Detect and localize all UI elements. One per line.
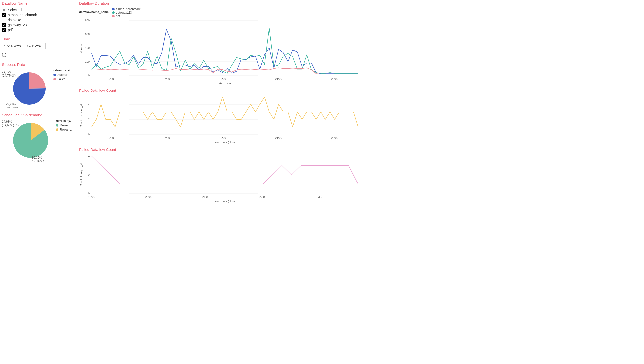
failed1-chart-title: Failed Dataflow Count xyxy=(79,88,362,92)
slider-line xyxy=(5,55,74,55)
svg-text:0: 0 xyxy=(88,74,90,77)
svg-line-2 xyxy=(14,74,20,78)
legend-label: Refresh... xyxy=(60,124,73,127)
select-all-label: Select all xyxy=(8,8,22,12)
svg-text:4: 4 xyxy=(88,103,90,106)
success-rate-block: Success Rate 24,77%(24,77%)75,23%(75,23%… xyxy=(2,62,74,108)
legend-dot-icon xyxy=(112,8,114,11)
svg-text:0: 0 xyxy=(88,192,90,195)
svg-text:(75,23%): (75,23%) xyxy=(6,106,18,108)
svg-text:start_time: start_time xyxy=(219,82,231,85)
failed1-chart: 02415:0017:0019:0021:0023:00start_time (… xyxy=(79,94,360,144)
svg-text:17:00: 17:00 xyxy=(163,136,170,139)
svg-text:14,68%: 14,68% xyxy=(2,120,12,123)
failed2-chart-block: Failed Dataflow Count 02419:0020:0021:00… xyxy=(79,147,362,204)
legend-item[interactable]: Failed xyxy=(53,77,73,81)
slider-thumb[interactable] xyxy=(2,53,6,57)
duration-chart: 020040060080015:0017:0019:0021:0023:00st… xyxy=(79,18,360,85)
svg-text:21:00: 21:00 xyxy=(275,77,282,80)
checkbox-icon xyxy=(2,23,6,27)
svg-text:23:00: 23:00 xyxy=(316,196,324,199)
svg-text:19:00: 19:00 xyxy=(219,136,226,139)
checkbox-icon xyxy=(2,18,6,22)
svg-text:200: 200 xyxy=(85,60,90,63)
svg-text:23:00: 23:00 xyxy=(331,77,338,80)
success-rate-pie: 24,77%(24,77%)75,23%(75,23%) xyxy=(2,69,49,108)
svg-text:75,23%: 75,23% xyxy=(6,103,16,106)
svg-text:400: 400 xyxy=(85,46,90,49)
svg-text:17:00: 17:00 xyxy=(163,77,170,80)
success-rate-title: Success Rate xyxy=(2,62,74,67)
date-to-input[interactable]: 17-11-2020 xyxy=(25,43,46,49)
filter-label: datalake xyxy=(8,18,21,22)
svg-text:19:00: 19:00 xyxy=(88,196,95,199)
svg-text:duration: duration xyxy=(80,43,83,53)
legend-dot-icon xyxy=(112,15,114,18)
legend-dot-icon xyxy=(53,74,56,76)
scheduled-title: Scheduled / On demand xyxy=(2,113,74,117)
checkbox-icon xyxy=(2,8,6,12)
success-rate-legend: refresh_stat... SuccessFailed xyxy=(53,69,73,82)
legend-dot-icon xyxy=(56,128,58,131)
failed2-chart: 02419:0020:0021:0022:0023:00start_time (… xyxy=(79,153,360,204)
legend-dot-icon xyxy=(53,78,56,80)
svg-text:24,77%: 24,77% xyxy=(2,70,12,74)
scheduled-block: Scheduled / On demand 14,68%(14,68%)85,3… xyxy=(2,113,74,161)
time-filter: Time 17-11-2020 17-11-2020 xyxy=(2,37,74,58)
svg-text:20:00: 20:00 xyxy=(146,196,152,199)
legend-label: Success xyxy=(57,73,68,77)
svg-text:0: 0 xyxy=(88,133,90,136)
time-title: Time xyxy=(2,37,74,41)
dataflow-name-title: Dataflow Name xyxy=(2,1,74,6)
legend-item[interactable]: gateway123 xyxy=(112,11,140,15)
scheduled-pie: 14,68%(14,68%)85,32%(85,32%) xyxy=(2,119,52,161)
svg-text:85,32%: 85,32% xyxy=(32,156,42,159)
svg-text:21:00: 21:00 xyxy=(275,136,282,139)
scheduled-legend: refresh_ty... Refresh...Refresh... xyxy=(56,119,73,132)
filter-checkbox-airbnb_benchmark[interactable]: airbnb_benchmark xyxy=(2,13,74,18)
duration-chart-block: Dataflow Duration dataflowname_name airb… xyxy=(79,1,362,85)
filter-label: pdf xyxy=(8,28,13,32)
svg-text:start_time (bins): start_time (bins) xyxy=(215,141,235,144)
svg-text:2: 2 xyxy=(88,173,90,176)
svg-text:19:00: 19:00 xyxy=(219,77,226,80)
select-all-checkbox[interactable]: Select all xyxy=(2,8,74,13)
svg-text:15:00: 15:00 xyxy=(107,77,114,80)
legend-dot-icon xyxy=(56,124,58,127)
legend-label: pdf xyxy=(116,15,120,18)
failed1-chart-block: Failed Dataflow Count 02415:0017:0019:00… xyxy=(79,88,362,144)
svg-text:(24,77%): (24,77%) xyxy=(2,74,14,77)
svg-text:22:00: 22:00 xyxy=(260,196,266,199)
checkbox-icon xyxy=(2,28,6,32)
duration-legend: dataflowname_name airbnb_benchmarkgatewa… xyxy=(79,8,362,18)
svg-line-7 xyxy=(15,124,22,127)
legend-label: Refresh... xyxy=(60,128,73,131)
failed2-chart-title: Failed Dataflow Count xyxy=(79,147,362,152)
dataflow-name-filter: Dataflow Name Select all airbnb_benchmar… xyxy=(2,1,74,32)
legend-label: gateway123 xyxy=(116,11,132,15)
svg-text:2: 2 xyxy=(88,118,90,121)
svg-text:start_time (bins): start_time (bins) xyxy=(215,200,235,203)
filter-checkbox-pdf[interactable]: pdf xyxy=(2,28,74,32)
legend-item[interactable]: pdf xyxy=(112,15,140,18)
legend-item[interactable]: Success xyxy=(53,73,73,77)
legend-label: Failed xyxy=(57,77,66,81)
time-slider[interactable] xyxy=(2,52,74,58)
svg-text:800: 800 xyxy=(85,19,90,22)
legend-item[interactable]: Refresh... xyxy=(56,128,73,131)
svg-text:23:00: 23:00 xyxy=(331,136,338,139)
svg-text:21:00: 21:00 xyxy=(202,196,210,199)
svg-text:(14,68%): (14,68%) xyxy=(2,123,14,127)
svg-text:Count of unique_id: Count of unique_id xyxy=(80,163,83,186)
svg-text:Count of unique_id: Count of unique_id xyxy=(80,104,83,127)
svg-text:4: 4 xyxy=(88,154,90,157)
svg-text:(85,32%): (85,32%) xyxy=(32,159,44,161)
legend-label: airbnb_benchmark xyxy=(116,8,140,11)
date-from-input[interactable]: 17-11-2020 xyxy=(2,43,23,49)
legend-item[interactable]: Refresh... xyxy=(56,124,73,127)
filter-checkbox-gateway123[interactable]: gateway123 xyxy=(2,23,74,28)
filter-checkbox-datalake[interactable]: datalake xyxy=(2,18,74,23)
svg-text:15:00: 15:00 xyxy=(107,136,114,139)
filter-label: airbnb_benchmark xyxy=(8,13,37,17)
legend-item[interactable]: airbnb_benchmark xyxy=(112,8,140,11)
